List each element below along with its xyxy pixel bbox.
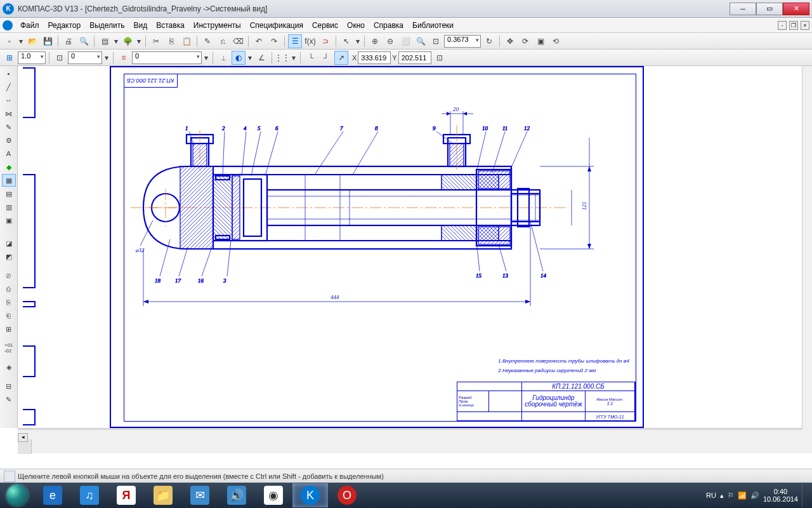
tool-a1[interactable]: ◪ — [2, 237, 16, 250]
mdi-restore[interactable]: ❐ — [789, 21, 798, 30]
menu-view[interactable]: Вид — [130, 20, 152, 31]
tool-report[interactable]: ▤ — [2, 187, 16, 200]
menu-window[interactable]: Окно — [343, 20, 369, 31]
task-music[interactable]: ♫ — [72, 483, 107, 507]
layer-dropdown[interactable]: ▾ — [203, 51, 209, 65]
grid-dropdown[interactable]: ▾ — [291, 51, 297, 65]
v-scrollbar[interactable] — [802, 66, 812, 429]
tool-c1[interactable]: +01-02 — [2, 342, 16, 354]
select-dropdown[interactable]: ▾ — [355, 34, 361, 48]
tree-button[interactable]: 🌳 — [121, 34, 134, 48]
task-chrome[interactable]: ◉ — [256, 483, 291, 507]
mdi-minimize[interactable]: - — [778, 21, 787, 30]
zoom-out[interactable]: ⊖ — [383, 34, 397, 48]
zoom-fit[interactable]: ⊡ — [429, 34, 443, 48]
lib-manager[interactable]: ☰ — [288, 34, 302, 48]
style-dropdown[interactable]: ▾ — [103, 51, 110, 65]
menu-select[interactable]: Выделить — [86, 20, 128, 31]
paste-button[interactable]: 📋 — [180, 34, 193, 48]
task-mail[interactable]: ✉ — [182, 483, 218, 507]
copy-button[interactable]: ⎘ — [164, 34, 178, 48]
pan-button[interactable]: ✥ — [503, 34, 517, 48]
tool-dim[interactable]: ↔ — [2, 94, 16, 107]
tool-e2[interactable]: ✎ — [2, 393, 16, 406]
app-menu-icon[interactable] — [3, 20, 13, 30]
grid-step-icon[interactable]: ⊞ — [3, 51, 16, 65]
round-dropdown[interactable]: ▾ — [247, 51, 253, 65]
task-yandex[interactable]: Я — [108, 483, 144, 507]
tree-dropdown[interactable]: ▾ — [136, 34, 142, 48]
tool-b4[interactable]: ⎗ — [2, 309, 16, 322]
coord-x-input[interactable] — [358, 51, 391, 64]
tool-d1[interactable]: ◈ — [2, 361, 16, 373]
refresh-button[interactable]: ⟲ — [549, 34, 563, 48]
coord-mode[interactable]: └ — [304, 51, 318, 65]
new-dropdown[interactable]: ▾ — [18, 34, 24, 48]
tool-edit[interactable]: ✎ — [2, 121, 16, 133]
tool-a2[interactable]: ◩ — [2, 250, 16, 263]
menu-help[interactable]: Справка — [370, 20, 407, 31]
layer-icon[interactable]: ≡ — [117, 51, 131, 65]
zoom-window[interactable]: ⬜ — [398, 34, 412, 48]
menu-file[interactable]: Файл — [16, 20, 43, 31]
task-explorer[interactable]: 📁 — [145, 483, 181, 507]
maximize-button[interactable]: ▭ — [756, 3, 783, 15]
delete-button[interactable]: ⌫ — [231, 34, 245, 48]
tool-sym[interactable]: ⋈ — [2, 107, 16, 120]
task-kompas[interactable]: K — [292, 483, 328, 507]
drawing-canvas[interactable]: КП.21.121.000.СБ — [18, 66, 812, 428]
coord-lock[interactable]: ⊡ — [433, 51, 447, 65]
menu-spec[interactable]: Спецификация — [246, 20, 307, 31]
zoom-prev[interactable]: 🔍 — [414, 34, 428, 48]
print-button[interactable]: 🖨 — [62, 34, 75, 48]
ortho-icon[interactable]: ⟂ — [216, 51, 230, 65]
menu-edit[interactable]: Редактор — [44, 20, 85, 31]
menu-insert[interactable]: Вставка — [152, 20, 188, 31]
tool-param[interactable]: ⚙ — [2, 134, 16, 147]
tool-spec[interactable]: ▦ — [2, 174, 16, 187]
round-icon[interactable]: ◐ — [232, 51, 246, 65]
undo-button[interactable]: ↶ — [252, 34, 266, 48]
style-combo[interactable]: 0 — [68, 51, 102, 64]
mdi-close[interactable]: × — [801, 21, 809, 30]
tray-lang[interactable]: RU — [706, 491, 716, 499]
zoom-refresh[interactable]: ↻ — [482, 34, 496, 48]
tool-b5[interactable]: ⊞ — [2, 323, 16, 335]
select-arrow[interactable]: ↖ — [339, 34, 353, 48]
layer-combo[interactable]: 0 — [132, 51, 202, 64]
coord-mode3[interactable]: ↗ — [334, 51, 348, 65]
angle-icon[interactable]: ∠ — [254, 51, 268, 65]
tool-views[interactable]: ▣ — [2, 214, 16, 227]
tool-point[interactable]: • — [2, 67, 16, 80]
rotate-button[interactable]: ⟳ — [518, 34, 532, 48]
magnet-button[interactable]: ⊃ — [318, 34, 332, 48]
tray-up-icon[interactable]: ▴ — [720, 491, 724, 500]
close-button[interactable]: ✕ — [783, 3, 809, 15]
new-button[interactable]: ▫ — [3, 34, 16, 48]
start-button[interactable] — [0, 483, 34, 508]
menu-tools[interactable]: Инструменты — [190, 20, 245, 31]
show-desktop[interactable] — [802, 483, 807, 507]
h-scrollbar[interactable]: ◂ — [18, 429, 802, 439]
zoom-combo[interactable]: 0.3673 — [444, 35, 481, 48]
status-handle[interactable] — [4, 471, 15, 482]
coord-mode2[interactable]: ┘ — [319, 51, 333, 65]
tool-line[interactable]: ╱ — [2, 81, 16, 93]
minimize-button[interactable]: ─ — [730, 3, 756, 15]
tray-vol-icon[interactable]: 🔊 — [750, 491, 759, 500]
menu-service[interactable]: Сервис — [308, 20, 342, 31]
tool-b1[interactable]: ⎚ — [2, 269, 16, 282]
doc-manager[interactable]: ▤ — [98, 34, 112, 48]
tray-flag-icon[interactable]: ⚐ — [728, 491, 734, 500]
save-button[interactable]: 💾 — [41, 34, 55, 48]
step-combo[interactable]: 1.0 — [18, 51, 46, 64]
tool-measure[interactable]: A — [2, 147, 16, 160]
cut-button[interactable]: ✂ — [149, 34, 163, 48]
state-icon[interactable]: ⊡ — [53, 51, 67, 65]
zoom-in[interactable]: ⊕ — [368, 34, 382, 48]
coord-y-input[interactable] — [398, 51, 431, 64]
grid-icon[interactable]: ⋮⋮ — [275, 51, 289, 65]
task-sound[interactable]: 🔊 — [219, 483, 254, 507]
variables-button[interactable]: f(x) — [303, 34, 317, 48]
menu-libs[interactable]: Библиотеки — [409, 20, 457, 31]
